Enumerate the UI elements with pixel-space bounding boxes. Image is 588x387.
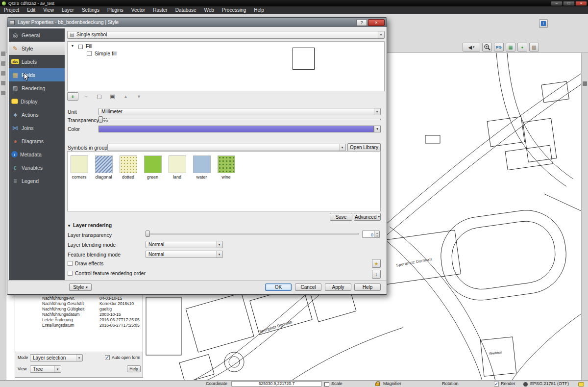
remove-symbol-layer-button[interactable]: − — [80, 92, 92, 101]
symbol-item[interactable]: water — [192, 155, 212, 180]
attribute-row[interactable]: Erstellungsdatum 2016-06-27T17:25:05 — [15, 323, 143, 328]
help-button[interactable]: Help — [354, 284, 381, 291]
move-up-button[interactable]: ▲ — [120, 92, 131, 101]
apply-button[interactable]: Apply — [325, 284, 351, 291]
color-dropdown-button[interactable]: ▾ — [374, 126, 381, 132]
tool-icon[interactable] — [1, 81, 5, 85]
app-titlebar[interactable]: QGIS cdf82a2 - av_test – □ × — [0, 0, 588, 6]
slider-handle[interactable] — [146, 231, 150, 237]
menu-web[interactable]: Web — [200, 6, 218, 14]
feature-blending-select[interactable]: Normal ▾ — [146, 251, 223, 258]
layer-blending-select[interactable]: Normal ▾ — [146, 241, 223, 248]
new-layer-button[interactable]: ● — [517, 43, 527, 52]
menu-layer[interactable]: Layer — [58, 6, 78, 14]
transparency-slider[interactable] — [98, 116, 381, 123]
attribute-row[interactable]: Nachführungsdatum 2003-10-15 — [15, 312, 143, 317]
spin-down-icon[interactable]: ▾ — [376, 234, 378, 237]
scale-lock-icon[interactable] — [375, 383, 380, 386]
pan-back-dropdown[interactable]: ◀ ▾ — [463, 43, 480, 52]
ok-button[interactable]: OK — [265, 284, 292, 291]
identify-help-button[interactable]: Help — [127, 365, 141, 372]
extent-icon[interactable] — [324, 382, 329, 387]
layer-transparency-spinbox[interactable]: 0 ▴▾ — [362, 231, 380, 238]
lock-symbol-layer-button[interactable]: ▢ — [94, 92, 105, 101]
symbol-item[interactable]: dotted — [118, 155, 138, 180]
effects-button[interactable]: ★ — [372, 259, 381, 268]
tool-icon[interactable] — [1, 61, 5, 66]
sidebar-item-rendering[interactable]: ▨ Rendering — [9, 81, 65, 95]
unit-select[interactable]: Millimeter ▾ — [98, 108, 381, 115]
symbol-item[interactable]: corners — [69, 155, 89, 180]
menu-edit[interactable]: Edit — [23, 6, 39, 14]
sidebar-item-diagrams[interactable]: ◕ Diagrams — [9, 134, 65, 148]
sidebar-item-metadata[interactable]: i Metadata — [9, 148, 65, 161]
open-library-button[interactable]: Open Library — [347, 143, 381, 152]
sidebar-item-variables[interactable]: ε Variables — [9, 161, 65, 174]
simple-fill-checkbox[interactable] — [87, 51, 92, 56]
menu-raster[interactable]: Raster — [149, 6, 171, 14]
menu-help[interactable]: Help — [250, 6, 268, 14]
move-down-button[interactable]: ▼ — [133, 92, 145, 101]
tree-expander-icon[interactable]: ▾ — [72, 44, 74, 48]
menu-settings[interactable]: Settings — [78, 6, 103, 14]
style-menu-button[interactable]: Style ▾ — [69, 284, 92, 291]
mode-select[interactable]: Layer selection ▾ — [30, 354, 83, 361]
symbol-item[interactable]: green — [143, 155, 163, 180]
dialog-help-icon[interactable]: ? — [356, 19, 367, 26]
menu-view[interactable]: View — [39, 6, 58, 14]
layers-button[interactable]: ▥ — [529, 43, 539, 52]
attribute-row[interactable]: Nachführung Gültigkeit gueltig — [15, 307, 143, 312]
tool-icon[interactable] — [1, 91, 5, 95]
ordering-button[interactable]: ↕ — [372, 270, 381, 279]
sidebar-item-display[interactable]: Display — [9, 95, 65, 108]
auto-open-form-checkbox[interactable]: ✓ — [105, 355, 110, 360]
sidebar-item-fields[interactable]: ▦ Fields — [9, 68, 65, 81]
view-select[interactable]: Tree ▾ — [30, 365, 61, 373]
attribute-row[interactable]: Nachführung Geschäft Korrektur 2016s10 — [15, 301, 143, 307]
menu-database[interactable]: Database — [172, 6, 200, 14]
layer-transparency-slider[interactable] — [146, 231, 359, 237]
zoom-in-button[interactable] — [482, 43, 492, 52]
menu-vector[interactable]: Vector — [127, 6, 149, 14]
symbols-group-select[interactable]: ▾ — [107, 144, 346, 151]
coordinate-input[interactable]: 625030.9,221720.7 — [231, 381, 322, 387]
checker-layer-button[interactable]: ▦ — [506, 43, 515, 52]
sidebar-item-joins[interactable]: ⋈ Joins — [9, 121, 65, 134]
duplicate-symbol-layer-button[interactable]: ▣ — [107, 92, 118, 101]
symbol-item[interactable]: land — [167, 155, 187, 180]
sidebar-item-style[interactable]: ✎ Style — [9, 42, 65, 55]
slider-handle[interactable] — [98, 116, 103, 123]
symbol-item[interactable]: wine — [216, 155, 236, 180]
tool-icon[interactable] — [1, 52, 5, 56]
add-symbol-layer-button[interactable]: + — [67, 92, 78, 101]
draw-effects-checkbox[interactable] — [68, 261, 73, 266]
sidebar-item-labels[interactable]: abc Labels — [9, 55, 65, 68]
save-symbol-button[interactable]: Save — [330, 213, 352, 221]
menu-plugins[interactable]: Plugins — [103, 6, 127, 14]
symbol-item[interactable]: diagonal — [94, 155, 114, 180]
menu-processing[interactable]: Processing — [218, 6, 250, 14]
color-button[interactable] — [98, 126, 374, 132]
render-checkbox[interactable]: ✓ — [494, 382, 499, 387]
attribute-row[interactable]: Letzte Änderung 2016-06-27T17:25:05 — [15, 317, 143, 323]
attribute-row[interactable]: Nachführungs-Nr. 04-03-10-15 — [15, 296, 143, 301]
menu-project[interactable]: Project — [0, 6, 23, 14]
control-order-checkbox[interactable] — [68, 271, 73, 276]
panel-handle-icon[interactable] — [583, 81, 587, 86]
maximize-icon[interactable]: □ — [563, 1, 575, 6]
crs-status-button[interactable]: EPSG:21781 (OTF) — [530, 381, 569, 387]
dialog-titlebar[interactable]: Layer Properties - bb_bodenbedeckung | S… — [7, 18, 387, 27]
layer-rendering-header[interactable]: ▼Layer rendering — [67, 222, 112, 228]
postgis-button[interactable]: PG — [494, 43, 504, 52]
minimize-icon[interactable]: – — [551, 1, 563, 6]
messages-icon[interactable] — [578, 382, 584, 387]
sidebar-item-actions[interactable]: ∗ Actions — [9, 108, 65, 121]
sidebar-item-general[interactable]: ◎ General — [9, 28, 65, 42]
advanced-button[interactable]: Advanced ▾ — [354, 213, 381, 221]
sidebar-item-legend[interactable]: ≡ Legend — [9, 174, 65, 187]
close-icon[interactable]: × — [575, 1, 587, 6]
tree-item-simple-fill[interactable]: Simple fill — [95, 51, 117, 56]
tool-icon[interactable] — [1, 71, 5, 76]
cancel-button[interactable]: Cancel — [295, 284, 321, 291]
tree-item-fill[interactable]: Fill — [86, 43, 92, 49]
